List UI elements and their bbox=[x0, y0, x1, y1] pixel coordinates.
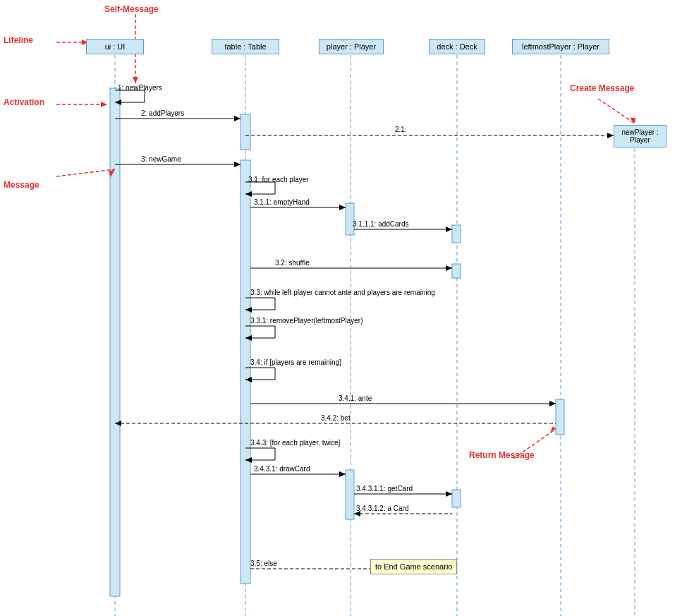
create-box: newPlayer :Player bbox=[614, 125, 666, 147]
svg-rect-8 bbox=[240, 160, 250, 584]
msg-343-label: 3.4.3: [for each player, twice] bbox=[250, 439, 340, 447]
svg-marker-56 bbox=[339, 471, 346, 477]
msg-311-label: 3.1.1: emptyHand bbox=[254, 198, 310, 206]
msg-3-label: 3: newGame bbox=[141, 155, 181, 163]
msg-21-label: 2.1: bbox=[395, 126, 407, 133]
lifeline-leftmostplayer: leftmostPlayer : Player bbox=[512, 39, 609, 54]
svg-marker-28 bbox=[245, 191, 252, 197]
svg-rect-13 bbox=[346, 470, 354, 519]
msg-34-label: 3.4: if [players are remaining] bbox=[250, 358, 341, 366]
msg-35-label: 3.5: else bbox=[250, 560, 277, 567]
svg-marker-24 bbox=[234, 162, 240, 167]
svg-marker-54 bbox=[245, 457, 252, 463]
svg-line-70 bbox=[598, 99, 635, 123]
self-message-annotation: Self-Message bbox=[104, 4, 159, 14]
svg-marker-20 bbox=[234, 116, 240, 121]
svg-rect-9 bbox=[346, 203, 354, 235]
lifeline-ui: ui : UI bbox=[86, 39, 144, 54]
svg-marker-30 bbox=[339, 205, 346, 210]
diagram-container: ui : UI table : Table player : Player de… bbox=[0, 0, 682, 616]
note-box: to End Game scenario bbox=[370, 559, 457, 574]
svg-marker-46 bbox=[245, 377, 252, 382]
create-box-label: newPlayer :Player bbox=[621, 128, 658, 144]
svg-line-68 bbox=[56, 169, 115, 176]
svg-rect-6 bbox=[110, 88, 120, 596]
svg-marker-58 bbox=[446, 491, 452, 497]
svg-rect-11 bbox=[452, 264, 461, 278]
msg-3111-label: 3.1.1.1: addCards bbox=[353, 220, 409, 228]
svg-rect-7 bbox=[240, 114, 250, 150]
note-box-label: to End Game scenario bbox=[375, 562, 452, 571]
msg-4431-label: 3.4.3.1: drawCard bbox=[254, 465, 310, 473]
svg-marker-32 bbox=[446, 227, 452, 232]
msg-32-label: 3.2: shuffle bbox=[275, 259, 310, 267]
lifeline-deck: deck : Deck bbox=[429, 39, 485, 54]
svg-marker-18 bbox=[115, 99, 121, 105]
svg-marker-50 bbox=[115, 421, 121, 426]
msg-1-label: 1: newPlayers bbox=[118, 84, 162, 92]
activation-annotation: Activation bbox=[4, 97, 44, 107]
msg-341-label: 3.4.1: ante bbox=[339, 394, 372, 402]
msg-44311-label: 3.4.3.1.1: getCard bbox=[356, 485, 413, 493]
svg-marker-65 bbox=[133, 77, 138, 83]
svg-rect-12 bbox=[556, 399, 564, 435]
lifeline-annotation: Lifeline bbox=[4, 35, 33, 45]
svg-marker-22 bbox=[607, 133, 614, 138]
msg-33-label: 3.3: while left player cannot ante and p… bbox=[250, 289, 435, 296]
msg-2-label: 2: addPlayers bbox=[141, 109, 184, 117]
message-annotation: Message bbox=[4, 180, 39, 190]
svg-marker-38 bbox=[245, 307, 252, 313]
svg-marker-69 bbox=[109, 169, 115, 177]
msg-31-label: 3.1: for each player bbox=[248, 176, 309, 183]
svg-marker-71 bbox=[630, 118, 635, 123]
msg-443112-label: 3.4.3.1.2: a Card bbox=[356, 505, 409, 512]
svg-rect-14 bbox=[452, 490, 461, 507]
svg-marker-48 bbox=[549, 401, 556, 406]
svg-marker-34 bbox=[446, 265, 452, 271]
svg-marker-67 bbox=[101, 102, 107, 107]
return-message-annotation: Return Message bbox=[469, 450, 535, 460]
msg-342-label: 3.4.2: bet bbox=[321, 414, 351, 422]
svg-rect-10 bbox=[452, 225, 461, 243]
create-message-annotation: Create Message bbox=[570, 83, 634, 93]
lifeline-table: table : Table bbox=[212, 39, 279, 54]
svg-marker-73 bbox=[550, 426, 556, 432]
lifeline-player: player : Player bbox=[319, 39, 384, 54]
msg-331-label: 3.3.1: removePlayer(leftmostPlayer) bbox=[250, 317, 363, 325]
svg-marker-42 bbox=[245, 335, 252, 341]
